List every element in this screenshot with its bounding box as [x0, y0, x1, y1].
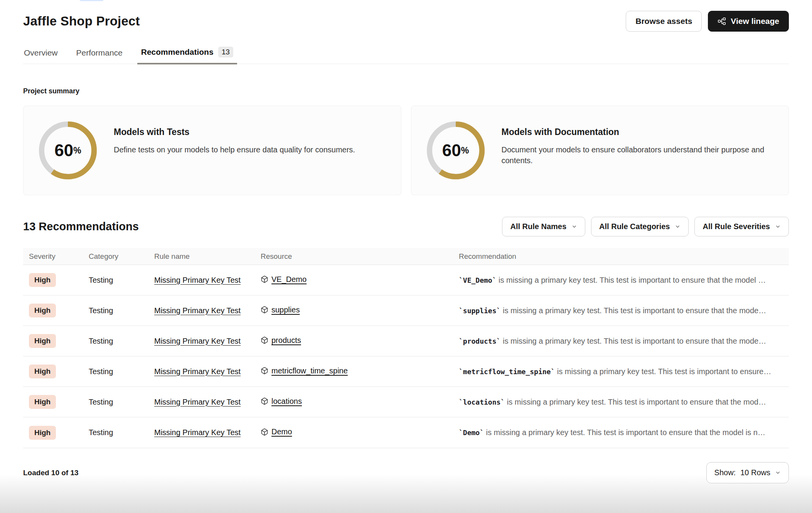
category-cell: Testing [83, 367, 148, 376]
card-text: Models with Tests Define tests on your m… [114, 122, 355, 155]
recommendation-text: is missing a primary key test. This test… [497, 276, 766, 284]
table-row: High Testing Missing Primary Key Test De… [23, 417, 789, 448]
summary-card-tests: 60 % Models with Tests Define tests on y… [23, 106, 401, 195]
rule-name-link[interactable]: Missing Primary Key Test [154, 276, 241, 284]
recommendation-text: is missing a primary key test. This test… [505, 398, 766, 406]
resource-link[interactable]: VE_Demo [271, 275, 307, 284]
severity-badge: High [29, 364, 56, 378]
resource-code: `metricflow_time_spine` [459, 368, 555, 376]
rule-name-link[interactable]: Missing Primary Key Test [154, 398, 241, 406]
column-header-category: Category [83, 252, 148, 261]
summary-cards: 60 % Models with Tests Define tests on y… [23, 106, 789, 195]
page-header: Jaffle Shop Project Browse assets View l… [0, 0, 812, 33]
model-box-icon [261, 275, 268, 283]
top-cutoff-accent [80, 0, 103, 1]
view-lineage-label: View lineage [731, 17, 779, 26]
tab-recommendations[interactable]: Recommendations 13 [140, 47, 234, 64]
resource-code: `Demo` [459, 429, 484, 437]
recommendation-cell: `VE_Demo` is missing a primary key test.… [453, 276, 789, 285]
column-header-rule-name: Rule name [148, 252, 255, 261]
category-cell: Testing [83, 276, 148, 285]
filters: All Rule Names All Rule Categories All R… [502, 217, 789, 236]
card-description: Define tests on your models to help ensu… [114, 144, 355, 155]
category-cell: Testing [83, 428, 148, 437]
severity-badge: High [29, 273, 56, 287]
rule-severities-filter[interactable]: All Rule Severities [694, 217, 789, 236]
recommendations-heading: 13 Recommendations [23, 220, 139, 233]
chevron-down-icon [675, 224, 681, 230]
tab-overview[interactable]: Overview [23, 48, 59, 64]
table-row: High Testing Missing Primary Key Test pr… [23, 326, 789, 356]
severity-badge: High [29, 304, 56, 317]
rule-severities-filter-label: All Rule Severities [702, 222, 770, 231]
severity-badge: High [29, 334, 56, 348]
resource-code: `supplies` [459, 307, 500, 315]
resource-code: `products` [459, 337, 500, 345]
card-title: Models with Tests [114, 127, 355, 137]
resource-code: `locations` [459, 398, 505, 406]
header-actions: Browse assets View lineage [626, 11, 789, 32]
severity-badge: High [29, 395, 56, 409]
resource-link[interactable]: products [271, 336, 301, 345]
resource-link[interactable]: supplies [271, 305, 300, 314]
table-row: High Testing Missing Primary Key Test VE… [23, 265, 789, 295]
tab-recommendations-label: Recommendations [141, 47, 214, 57]
column-header-recommendation: Recommendation [453, 252, 789, 261]
rule-categories-filter[interactable]: All Rule Categories [591, 217, 689, 236]
tab-overview-label: Overview [24, 48, 58, 57]
donut-center-label: 60 % [39, 122, 97, 179]
chevron-down-icon [775, 224, 781, 230]
recommendation-cell: `Demo` is missing a primary key test. Th… [453, 428, 789, 437]
show-rows-label: Show: [714, 468, 736, 477]
model-box-icon [261, 336, 268, 344]
tab-performance-label: Performance [76, 48, 123, 57]
summary-card-docs: 60 % Models with Documentation Document … [411, 106, 789, 195]
tab-recommendations-count-badge: 13 [218, 47, 233, 57]
page-title: Jaffle Shop Project [23, 14, 140, 29]
chevron-down-icon [571, 224, 577, 230]
donut-chart-docs: 60 % [427, 122, 485, 179]
rule-name-link[interactable]: Missing Primary Key Test [154, 306, 241, 315]
model-box-icon [261, 367, 268, 375]
show-rows-dropdown[interactable]: Show: 10 Rows [706, 462, 789, 483]
card-description: Document your models to ensure collabora… [502, 144, 772, 166]
view-lineage-button[interactable]: View lineage [708, 11, 789, 32]
recommendation-text: is missing a primary key test. This test… [500, 337, 766, 345]
tab-performance[interactable]: Performance [76, 48, 123, 64]
browse-assets-label: Browse assets [635, 17, 692, 26]
table-footer: Loaded 10 of 13 Show: 10 Rows [23, 462, 789, 483]
project-summary-label: Project summary [23, 87, 789, 95]
donut-percent-symbol: % [73, 145, 81, 156]
resource-link[interactable]: metricflow_time_spine [271, 366, 348, 375]
browse-assets-button[interactable]: Browse assets [626, 11, 702, 32]
rule-names-filter[interactable]: All Rule Names [502, 217, 585, 236]
recommendation-text: is missing a primary key test. This test… [500, 306, 766, 315]
model-box-icon [261, 428, 268, 436]
donut-percent-value: 60 [54, 141, 73, 160]
loaded-count: Loaded 10 of 13 [23, 469, 79, 477]
rule-name-link[interactable]: Missing Primary Key Test [154, 367, 241, 376]
resource-link[interactable]: Demo [271, 427, 292, 436]
model-box-icon [261, 397, 268, 405]
category-cell: Testing [83, 306, 148, 315]
tab-bar: Overview Performance Recommendations 13 [23, 46, 789, 64]
recommendation-cell: `products` is missing a primary key test… [453, 337, 789, 346]
model-box-icon [261, 306, 268, 314]
chevron-down-icon [775, 470, 781, 476]
resource-link[interactable]: locations [271, 397, 302, 406]
recommendation-text: is missing a primary key test. This test… [484, 428, 765, 437]
rule-name-link[interactable]: Missing Primary Key Test [154, 337, 241, 345]
card-title: Models with Documentation [502, 127, 772, 137]
column-header-resource: Resource [255, 252, 453, 261]
rule-categories-filter-label: All Rule Categories [599, 222, 670, 231]
severity-badge: High [29, 426, 56, 440]
table-header-row: Severity Category Rule name Resource Rec… [23, 248, 789, 265]
resource-code: `VE_Demo` [459, 276, 497, 284]
category-cell: Testing [83, 398, 148, 407]
recommendation-cell: `supplies` is missing a primary key test… [453, 306, 789, 315]
donut-chart-tests: 60 % [39, 122, 97, 179]
recommendation-cell: `metricflow_time_spine` is missing a pri… [453, 367, 789, 376]
rule-name-link[interactable]: Missing Primary Key Test [154, 428, 241, 437]
donut-percent-symbol: % [461, 145, 469, 156]
table-row: High Testing Missing Primary Key Test me… [23, 356, 789, 387]
